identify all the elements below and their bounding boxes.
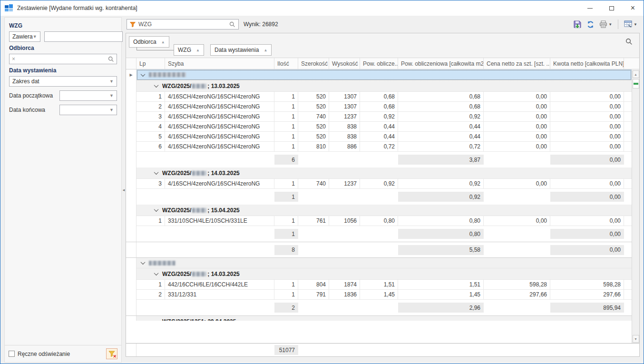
scroll-down-button[interactable]: ▼: [633, 335, 639, 343]
odbiorca-search-field[interactable]: ×: [9, 54, 117, 64]
refresh-button[interactable]: [585, 20, 596, 30]
cell-pow-obliczeniowa: 0,68: [360, 92, 398, 102]
table-row[interactable]: 44/16SCH/4zeroNG/16SCH/4zeroNG15208380,4…: [126, 122, 632, 132]
cell-filler: [624, 102, 632, 112]
cell-ilosc: 1: [274, 290, 298, 300]
scroll-position-marker: [634, 83, 638, 85]
table-row[interactable]: 64/16SCH/4zeroNG/16SCH/4zeroNG18108860,7…: [126, 142, 632, 152]
cell-ilosc: 1: [274, 179, 298, 189]
table-row[interactable]: 1442/16CCH/6LE/16CCH/442LE180418741,511,…: [126, 280, 632, 290]
table-row[interactable]: 54/16SCH/4zeroNG/16SCH/4zeroNG15208380,4…: [126, 132, 632, 142]
cell-cena-netto: 0,00: [484, 112, 550, 122]
wzg-group-row[interactable]: WZG/2025/; 14.03.2025: [126, 167, 632, 179]
search-icon: [108, 56, 114, 62]
summary-pow-calkowita: 5,58: [398, 245, 484, 255]
redacted-text: [192, 171, 206, 176]
panel-splitter[interactable]: ◂: [122, 16, 126, 364]
summary-pow-calkowita: 0,80: [398, 229, 484, 239]
close-button[interactable]: ×: [622, 0, 644, 16]
zakres-dat-value: Zakres dat: [12, 78, 39, 85]
wzg-value-input[interactable]: [44, 31, 123, 42]
column-header-kwota-netto[interactable]: Kwota netto [całkowita PLN]: [550, 58, 624, 69]
row-indicator: [126, 122, 137, 132]
group-button-wzg[interactable]: WZG ▲: [174, 44, 204, 56]
wzg-group-row[interactable]: WZG/2025/; 14.03.2025: [126, 268, 632, 280]
focused-row-arrow-icon: ▶: [129, 73, 132, 77]
grid-customization-icon: [624, 20, 633, 28]
minimize-button[interactable]: [579, 0, 601, 16]
reczne-odswiezanie-checkbox[interactable]: Ręczne odświeżanie: [9, 351, 70, 357]
group-button-data-wystawienia[interactable]: Data wystawienia ▲: [210, 44, 272, 56]
cell-szerokosc: 810: [298, 142, 329, 152]
clipped-wzg-group-row[interactable]: WZG/2025/1351; 29.04.2025: [126, 315, 632, 321]
customer-group-row[interactable]: ▶: [126, 69, 632, 80]
chevron-down-icon: [154, 83, 159, 88]
summary-kwota-netto: 0,00: [550, 229, 624, 239]
column-header-pow-obliczeniowa-calkowita[interactable]: Pow. obliczeniowa [całkowita m2]: [398, 58, 484, 69]
checkbox-icon: [9, 351, 15, 357]
collapse-panel-icon[interactable]: ◂: [123, 187, 125, 192]
cell-pow-obliczeniowa: 0,80: [360, 216, 398, 226]
odbiorca-input[interactable]: [17, 56, 108, 62]
triangle-down-icon: ▼: [634, 337, 637, 341]
group-button-odbiorca[interactable]: Odbiorca ▲: [129, 36, 169, 48]
search-icon[interactable]: [229, 21, 235, 28]
row-indicator: [126, 112, 137, 122]
triangle-up-icon: ▲: [634, 73, 637, 76]
cell-ilosc: 1: [274, 112, 298, 122]
table-row[interactable]: 2331/12/331179118361,451,45297,66297,66: [126, 290, 632, 300]
vertical-scrollbar[interactable]: ▲ ▼: [632, 70, 639, 343]
wzg-group-label: WZG/2025/; 14.03.2025: [162, 271, 240, 277]
column-header-szyba[interactable]: Szyba: [165, 58, 274, 69]
summary-ilosc: 8: [274, 245, 298, 255]
grid-filter-input[interactable]: [138, 21, 226, 28]
table-row[interactable]: 1331/10SCH/4LE/10SCH/331LE176110560,800,…: [126, 216, 632, 226]
table-row[interactable]: 34/16SCH/4zeroNG/16SCH/4zeroNG174012370,…: [126, 112, 632, 122]
save-button[interactable]: [572, 20, 583, 30]
column-header-wysokosc[interactable]: Wysokość: [329, 58, 360, 69]
scrollbar-thumb[interactable]: [633, 79, 639, 89]
sort-asc-icon: ▲: [263, 48, 267, 52]
search-icon[interactable]: [625, 38, 633, 45]
cell-filler: [624, 142, 632, 152]
data-poczatkowa-input[interactable]: ▼: [59, 90, 117, 101]
grid-filter-box[interactable]: [127, 19, 239, 30]
data-koncowa-input[interactable]: ▼: [59, 105, 117, 115]
summary-kwota-netto: 895,94: [550, 303, 624, 313]
maximize-button[interactable]: [601, 0, 622, 16]
table-row[interactable]: 24/16SCH/4zeroNG/16SCH/4zeroNG152013070,…: [126, 102, 632, 112]
table-row[interactable]: 34/16SCH/4zeroNG/16SCH/4zeroNG174012370,…: [126, 179, 632, 189]
cell-pow-obliczeniowa-calkowita: 1,45: [398, 290, 484, 300]
cell-pow-obliczeniowa-calkowita: 0,68: [398, 102, 484, 112]
clear-icon[interactable]: ×: [12, 56, 15, 62]
customer-group-row[interactable]: [126, 257, 632, 268]
column-header-ilosc[interactable]: Ilość: [274, 58, 298, 69]
maximize-icon: [609, 6, 614, 10]
cell-pow-obliczeniowa-calkowita: 0,92: [398, 179, 484, 189]
cell-lp: 5: [137, 132, 165, 142]
chevron-down-icon: ▼: [33, 34, 37, 39]
summary-ilosc: 6: [274, 155, 298, 165]
column-header-szerokosc[interactable]: Szerokość: [298, 58, 329, 69]
cell-ilosc: 1: [274, 122, 298, 132]
clear-filter-button[interactable]: ✕: [106, 348, 117, 359]
app-icon: [5, 4, 13, 12]
wzg-filter-label: WZG: [9, 22, 117, 29]
cell-cena-netto: 0,00: [484, 142, 550, 152]
cell-filler: [624, 179, 632, 189]
grid-customization-button[interactable]: ▼: [623, 20, 639, 29]
summary-pow-calkowita: 2,96: [398, 303, 484, 313]
column-header-pow-obliczeniowa[interactable]: Pow. oblicze...: [360, 58, 398, 69]
cell-wysokosc: 1056: [329, 216, 360, 226]
summary-ilosc: 1: [274, 192, 298, 202]
zakres-dat-select[interactable]: Zakres dat ▼: [9, 76, 117, 87]
wzg-group-row[interactable]: WZG/2025/; 15.04.2025: [126, 205, 632, 216]
column-header-cena-netto[interactable]: Cena netto za szt. [szt. ...: [484, 58, 550, 69]
wzg-group-row[interactable]: WZG/2025/; 13.03.2025: [126, 80, 632, 92]
table-row[interactable]: 14/16SCH/4zeroNG/16SCH/4zeroNG152013070,…: [126, 92, 632, 102]
print-button[interactable]: ▼: [598, 20, 614, 29]
wzg-operator-select[interactable]: Zawiera ▼: [9, 31, 40, 42]
customer-group-band: [137, 258, 632, 268]
scroll-up-button[interactable]: ▲: [633, 70, 639, 78]
column-header-lp[interactable]: Lp: [137, 58, 165, 69]
